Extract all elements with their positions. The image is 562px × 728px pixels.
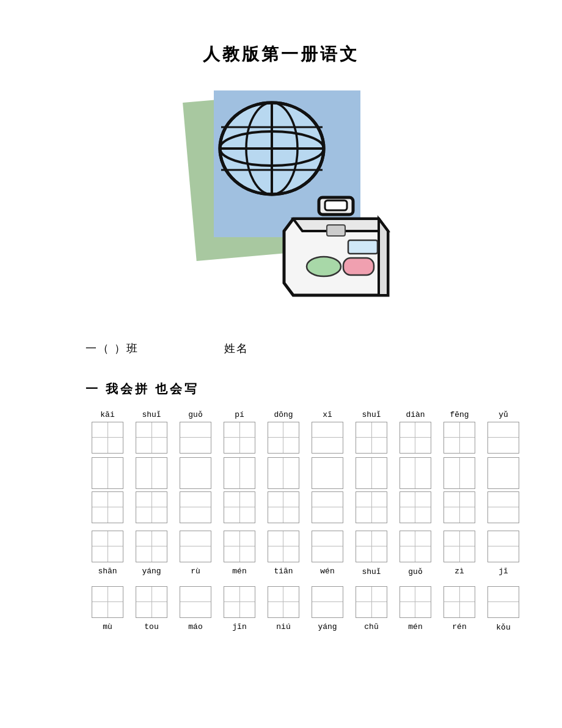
writing-boxes-1a	[37, 457, 525, 489]
writing-item[interactable]	[130, 531, 173, 562]
writing-item[interactable]	[217, 531, 261, 562]
writing-item[interactable]	[217, 457, 261, 489]
writing-item[interactable]	[349, 531, 393, 562]
writing-item[interactable]	[130, 586, 173, 618]
briefcase-icon	[275, 194, 397, 311]
page-title: 人教版第一册语文	[37, 43, 525, 66]
writing-item[interactable]	[261, 586, 305, 618]
pinyin-item: shuǐ	[130, 410, 173, 454]
writing-item[interactable]	[393, 531, 437, 562]
name-label: 姓名	[224, 341, 249, 356]
writing-item[interactable]	[349, 457, 393, 489]
writing-item[interactable]	[173, 531, 217, 562]
label-row-2: shānyángrùméntiānwénshuǐguǒzìjī	[37, 565, 525, 576]
writing-item[interactable]	[437, 457, 481, 489]
writing-item[interactable]	[349, 586, 393, 618]
svg-point-14	[307, 257, 341, 276]
writing-item[interactable]	[393, 491, 437, 523]
writing-item[interactable]	[86, 491, 130, 523]
pinyin-item: pí	[217, 410, 261, 454]
label-item: shān	[86, 567, 130, 576]
page: 人教版第一册语文	[0, 0, 562, 728]
label-item: yáng	[130, 567, 173, 576]
writing-item[interactable]	[437, 586, 481, 618]
svg-rect-9	[325, 200, 347, 210]
writing-item[interactable]	[437, 491, 481, 523]
writing-item[interactable]	[130, 457, 173, 489]
label-item: tiān	[261, 567, 305, 576]
svg-rect-15	[343, 258, 374, 275]
label-item: yáng	[305, 622, 349, 632]
illustration	[153, 84, 409, 317]
pinyin-item: fēng	[437, 410, 481, 454]
pinyin-text: shuǐ	[362, 410, 381, 419]
globe-icon	[211, 94, 333, 197]
writing-item[interactable]	[173, 586, 217, 618]
pinyin-item: guǒ	[173, 410, 217, 454]
pinyin-item: dōng	[261, 410, 305, 454]
writing-item[interactable]	[481, 491, 525, 523]
label-item: zì	[437, 567, 481, 576]
writing-item[interactable]	[437, 531, 481, 562]
pinyin-item: xī	[305, 410, 349, 454]
pinyin-text: guǒ	[188, 410, 202, 419]
writing-item[interactable]	[217, 586, 261, 618]
class-label: 一（ ）班	[86, 341, 139, 356]
writing-boxes-3	[37, 586, 525, 618]
writing-item[interactable]	[481, 457, 525, 489]
svg-rect-16	[327, 225, 345, 236]
writing-item[interactable]	[261, 531, 305, 562]
writing-item[interactable]	[481, 586, 525, 618]
writing-item[interactable]	[261, 457, 305, 489]
pinyin-text: diàn	[406, 410, 425, 419]
writing-item[interactable]	[261, 491, 305, 523]
label-row-3: mùtoumáojīnniúyángchūménrénkǒu	[37, 620, 525, 632]
label-item: rù	[173, 567, 217, 576]
writing-item[interactable]	[86, 531, 130, 562]
pinyin-text: pí	[235, 410, 244, 419]
writing-item[interactable]	[305, 491, 349, 523]
section-title: 一 我会拼 也会写	[37, 381, 525, 397]
writing-item[interactable]	[481, 531, 525, 562]
pinyin-text: fēng	[450, 410, 469, 419]
writing-boxes-1b	[37, 491, 525, 523]
label-item: wén	[305, 567, 349, 576]
writing-item[interactable]	[349, 491, 393, 523]
label-item: mén	[217, 567, 261, 576]
label-item: chū	[349, 622, 393, 632]
writing-item[interactable]	[86, 457, 130, 489]
writing-item[interactable]	[305, 586, 349, 618]
svg-marker-12	[379, 219, 388, 295]
pinyin-item: kāi	[86, 410, 130, 454]
pinyin-text: dōng	[274, 410, 293, 419]
pinyin-text: shuǐ	[142, 410, 161, 419]
writing-boxes-2	[37, 531, 525, 562]
writing-item[interactable]	[173, 457, 217, 489]
label-item: mù	[86, 622, 130, 632]
writing-item[interactable]	[86, 586, 130, 618]
label-item: jī	[481, 567, 525, 576]
label-item: tou	[130, 622, 173, 632]
label-item: máo	[173, 622, 217, 632]
label-item: kǒu	[481, 622, 525, 632]
writing-item[interactable]	[217, 491, 261, 523]
writing-item[interactable]	[393, 457, 437, 489]
pinyin-item: diàn	[393, 410, 437, 454]
pinyin-text: yǔ	[498, 410, 508, 419]
label-item: shuǐ	[349, 567, 393, 576]
pinyin-row-1: kāishuǐguǒpídōngxīshuǐdiànfēngyǔ	[37, 410, 525, 454]
label-item: mén	[393, 622, 437, 632]
writing-item[interactable]	[305, 531, 349, 562]
label-item: niú	[261, 622, 305, 632]
writing-item[interactable]	[130, 491, 173, 523]
label-item: guǒ	[393, 567, 437, 576]
pinyin-text: kāi	[100, 410, 114, 419]
writing-item[interactable]	[305, 457, 349, 489]
pinyin-text: xī	[323, 410, 332, 419]
pinyin-item: yǔ	[481, 410, 525, 454]
label-item: rén	[437, 622, 481, 632]
label-item: jīn	[217, 622, 261, 632]
writing-item[interactable]	[393, 586, 437, 618]
svg-rect-13	[348, 240, 378, 254]
writing-item[interactable]	[173, 491, 217, 523]
